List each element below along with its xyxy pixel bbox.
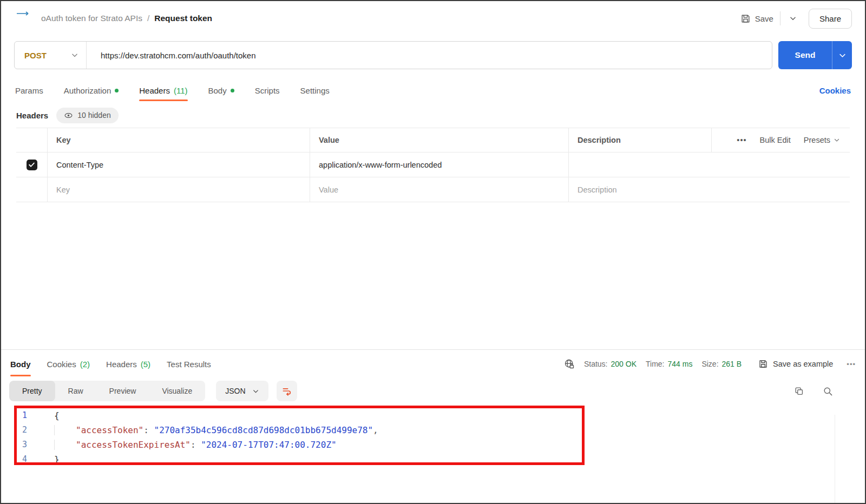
view-visualize[interactable]: Visualize xyxy=(149,381,205,401)
line-number: 4 xyxy=(1,452,39,467)
request-url-row: POST Send xyxy=(1,36,865,78)
view-pretty[interactable]: Pretty xyxy=(9,381,55,401)
code-line: 4 } xyxy=(1,452,865,467)
wrap-lines-button[interactable] xyxy=(277,381,297,401)
table-header-row: Key Value Description ••• Bulk Edit Pres… xyxy=(16,128,850,152)
new-description-input[interactable]: Description xyxy=(568,177,711,202)
tab-scripts[interactable]: Scripts xyxy=(255,78,280,103)
response-body-editor[interactable]: 1 { 2 "accessToken": "270af35b4c596cd8cd… xyxy=(1,404,865,467)
tab-body[interactable]: Body xyxy=(208,78,234,103)
save-icon xyxy=(758,359,768,369)
header-description-cell[interactable] xyxy=(568,152,711,177)
breadcrumb-separator: / xyxy=(147,14,149,23)
header-value-cell[interactable]: application/x-www-form-urlencoded xyxy=(310,152,568,177)
table-row: Content-Type application/x-www-form-urle… xyxy=(16,152,850,177)
table-more-icon[interactable]: ••• xyxy=(737,136,746,144)
hidden-headers-label: 10 hidden xyxy=(77,111,111,120)
request-tabs: Params Authorization Headers (11) Body S… xyxy=(1,78,865,103)
eye-icon xyxy=(64,111,73,120)
view-raw[interactable]: Raw xyxy=(55,381,96,401)
table-row-empty: Key Value Description xyxy=(16,177,850,202)
checkbox-checked[interactable] xyxy=(27,160,37,170)
format-dropdown[interactable]: JSON xyxy=(216,381,268,401)
send-options-chevron-icon[interactable] xyxy=(832,41,852,69)
size-badge: Size: 261 B xyxy=(701,360,742,368)
headers-count: (11) xyxy=(174,86,188,95)
tab-params[interactable]: Params xyxy=(15,78,43,103)
chevron-down-icon xyxy=(834,137,840,143)
chevron-down-icon xyxy=(252,388,259,395)
http-request-icon: HTTP xyxy=(14,11,32,26)
request-header: HTTP oAuth token for Strato APIs / Reque… xyxy=(1,1,865,36)
green-dot xyxy=(231,89,234,92)
save-button[interactable]: Save xyxy=(740,14,773,24)
save-options-chevron-icon[interactable] xyxy=(787,12,799,24)
line-number: 3 xyxy=(1,437,39,452)
column-header-description: Description xyxy=(568,128,711,152)
response-panel: Body Cookies (2) Headers (5) Test Result… xyxy=(1,349,865,467)
column-header-value: Value xyxy=(310,128,568,152)
bulk-edit-button[interactable]: Bulk Edit xyxy=(760,136,791,144)
response-tabs: Body Cookies (2) Headers (5) Test Result… xyxy=(10,350,211,378)
row-checkbox-cell xyxy=(16,152,47,177)
indent-guide xyxy=(54,440,76,450)
wrap-lines-icon xyxy=(281,386,292,396)
breadcrumb: oAuth token for Strato APIs / Request to… xyxy=(41,14,212,23)
code-line: 1 { xyxy=(1,408,865,423)
response-tab-cookies[interactable]: Cookies (2) xyxy=(47,350,90,378)
row-spacer-cell xyxy=(711,152,850,177)
column-header-key: Key xyxy=(47,128,310,152)
row-checkbox-cell xyxy=(16,177,47,202)
cookies-link[interactable]: Cookies xyxy=(819,86,851,95)
tab-headers[interactable]: Headers (11) xyxy=(139,78,187,103)
header-key-cell[interactable]: Content-Type xyxy=(47,152,310,177)
hidden-headers-toggle[interactable]: 10 hidden xyxy=(56,108,119,123)
save-as-example-button[interactable]: Save as example xyxy=(758,359,833,369)
breadcrumb-collection[interactable]: oAuth token for Strato APIs xyxy=(41,14,142,23)
headers-table: Key Value Description ••• Bulk Edit Pres… xyxy=(16,128,850,202)
save-label: Save xyxy=(755,14,773,23)
new-key-input[interactable]: Key xyxy=(47,177,310,202)
copy-icon[interactable] xyxy=(794,386,804,396)
search-icon[interactable] xyxy=(823,386,833,396)
response-meta: Status: 200 OK Time: 744 ms Size: 261 B … xyxy=(564,359,856,369)
response-more-icon[interactable]: ••• xyxy=(847,360,856,368)
table-actions: ••• Bulk Edit Presets xyxy=(711,128,850,152)
presets-dropdown[interactable]: Presets xyxy=(804,136,840,144)
url-input[interactable] xyxy=(87,51,772,60)
header-divider xyxy=(780,11,780,25)
share-button[interactable]: Share xyxy=(809,9,852,29)
response-tab-headers[interactable]: Headers (5) xyxy=(106,350,150,378)
code-line: 2 "accessToken": "270af35b4c596cd8cd87d6… xyxy=(1,423,865,437)
scrollbar-track[interactable] xyxy=(835,415,835,504)
method-chevron-icon[interactable] xyxy=(71,51,78,59)
status-badge: Status: 200 OK xyxy=(584,360,637,368)
new-value-input[interactable]: Value xyxy=(310,177,568,202)
select-all-cell xyxy=(16,128,47,152)
response-header: Body Cookies (2) Headers (5) Test Result… xyxy=(1,350,865,378)
response-tab-test-results[interactable]: Test Results xyxy=(167,350,211,378)
tab-settings[interactable]: Settings xyxy=(300,78,330,103)
green-dot xyxy=(115,89,119,92)
code-line: 3 "accessTokenExpiresAt": "2024-07-17T07… xyxy=(1,437,865,452)
view-switcher: Pretty Raw Preview Visualize xyxy=(9,381,205,401)
line-number: 1 xyxy=(1,408,39,423)
tab-authorization[interactable]: Authorization xyxy=(64,78,119,103)
row-spacer-cell xyxy=(711,177,850,202)
network-globe-icon[interactable] xyxy=(564,359,575,369)
save-icon xyxy=(740,14,751,24)
breadcrumb-request-name[interactable]: Request token xyxy=(154,14,212,23)
postman-app: { "header": { "breadcrumb": { "folder": … xyxy=(0,0,866,504)
headers-section-header: Headers 10 hidden xyxy=(1,103,865,128)
headers-section-title: Headers xyxy=(16,111,48,120)
send-button[interactable]: Send xyxy=(778,41,852,69)
time-badge: Time: 744 ms xyxy=(646,360,692,368)
indent-guide xyxy=(54,425,76,435)
line-number: 2 xyxy=(1,423,39,437)
send-label: Send xyxy=(778,41,832,69)
view-preview[interactable]: Preview xyxy=(96,381,149,401)
method-selector[interactable]: POST xyxy=(15,51,71,60)
response-toolbar: Pretty Raw Preview Visualize JSON xyxy=(1,378,865,404)
url-box: POST xyxy=(14,41,772,69)
response-tab-body[interactable]: Body xyxy=(10,350,31,378)
